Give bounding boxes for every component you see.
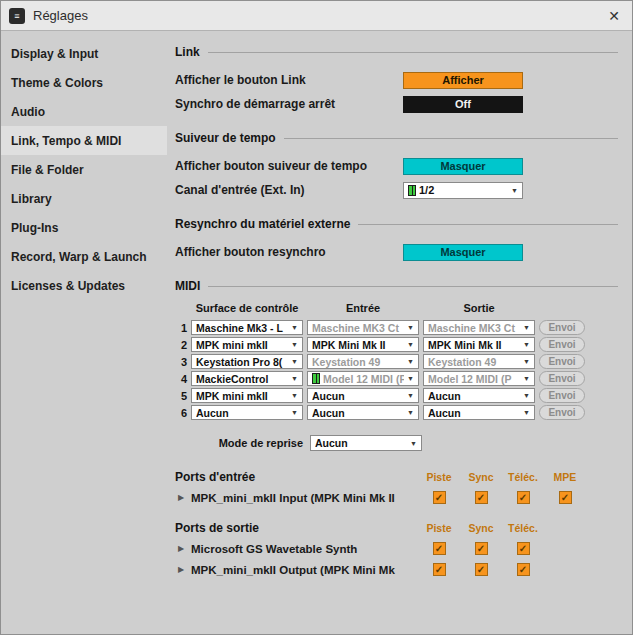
midi-dump-button[interactable]: Envoi [539,388,585,403]
takeover-mode-select[interactable]: Aucun ▼ [310,435,422,451]
section-divider [358,224,618,225]
show-resync-label: Afficher bouton resynchro [175,245,403,259]
midi-row-number: 4 [175,373,187,385]
midi-row-number: 3 [175,356,187,368]
start-stop-sync-toggle[interactable]: Off [403,96,523,113]
midi-table-row: 6 Aucun ▼ Aucun ▼ Aucun ▼ Envoi [175,405,618,420]
column-header-piste: Piste [418,522,460,534]
control-surface-select[interactable]: Maschine Mk3 - L ▼ [191,320,303,335]
chevron-down-icon: ▼ [523,358,530,365]
sidebar-item-theme-colors[interactable]: Theme & Colors [1,68,167,97]
midi-dump-button[interactable]: Envoi [539,354,585,369]
chevron-down-icon: ▼ [407,358,414,365]
midi-dump-button[interactable]: Envoi [539,337,585,352]
sidebar-item-licenses-updates[interactable]: Licenses & Updates [1,271,167,300]
sidebar-item-record-warp-launch[interactable]: Record, Warp & Launch [1,242,167,271]
chevron-down-icon: ▼ [407,392,414,399]
checkbox-telec[interactable]: ✓ [517,542,530,555]
input-channel-label: Canal d'entrée (Ext. In) [175,183,403,197]
sidebar-item-display-input[interactable]: Display & Input [1,39,167,68]
midi-table-row: 2 MPK mini mkII ▼ MPK Mini Mk II ▼ MPK M… [175,337,618,352]
control-surface-select[interactable]: MPK mini mkII ▼ [191,388,303,403]
midi-output-select[interactable]: Aucun ▼ [423,388,535,403]
column-header-telec: Téléc. [502,471,544,483]
checkbox-piste[interactable]: ✓ [433,563,446,576]
sidebar-item-library[interactable]: Library [1,184,167,213]
sidebar: Display & Input Theme & Colors Audio Lin… [1,31,167,634]
checkbox-sync[interactable]: ✓ [475,563,488,576]
column-header-sync: Sync [460,522,502,534]
midi-input-select[interactable]: Keystation 49 ▼ [307,354,419,369]
settings-panel: Link Afficher le bouton Link Afficher Sy… [167,31,632,634]
midi-input-select[interactable]: Aucun ▼ [307,388,419,403]
show-resync-toggle[interactable]: Masquer [403,244,523,261]
section-header-midi: MIDI [175,279,618,293]
expand-arrow-icon[interactable]: ▶ [175,565,191,574]
midi-output-select[interactable]: Keystation 49 ▼ [423,354,535,369]
checkbox-piste[interactable]: ✓ [433,542,446,555]
sidebar-item-link-tempo-midi[interactable]: Link, Tempo & MIDI [1,126,167,155]
control-surface-select[interactable]: MackieControl ▼ [191,371,303,386]
close-icon[interactable]: ✕ [608,8,620,24]
chevron-down-icon: ▼ [407,324,414,331]
output-ports-header: Ports de sortie Piste Sync Téléc. [175,518,618,538]
chevron-down-icon: ▼ [291,341,298,348]
control-surface-select[interactable]: Keystation Pro 8( ▼ [191,354,303,369]
sidebar-item-plug-ins[interactable]: Plug-Ins [1,213,167,242]
show-link-button-toggle[interactable]: Afficher [403,72,523,89]
section-title-midi: MIDI [175,279,200,293]
column-header-sync: Sync [460,471,502,483]
midi-output-port-row: ▶ MPK_mini_mkII Output (MPK Mini Mk ✓ ✓ … [175,559,618,580]
show-tempo-follower-toggle[interactable]: Masquer [403,158,523,175]
section-divider [208,52,618,53]
live-logo-icon: ≡ [9,8,25,24]
start-stop-sync-label: Synchro de démarrage arrêt [175,97,403,111]
midi-output-select[interactable]: MPK Mini Mk II ▼ [423,337,535,352]
section-header-resync: Resynchro du matériel externe [175,217,618,231]
chevron-down-icon: ▼ [291,358,298,365]
input-ports-header: Ports d'entrée Piste Sync Téléc. MPE [175,467,618,487]
chevron-down-icon: ▼ [523,392,530,399]
midi-input-select[interactable]: Aucun ▼ [307,405,419,420]
midi-output-select[interactable]: Maschine MK3 Ct ▼ [423,320,535,335]
checkbox-mpe[interactable]: ✓ [559,491,572,504]
show-tempo-follower-label: Afficher bouton suiveur de tempo [175,159,403,173]
section-divider [284,138,618,139]
midi-input-select[interactable]: MPK Mini Mk II ▼ [307,337,419,352]
midi-dump-button[interactable]: Envoi [539,405,585,420]
midi-table-row: 4 MackieControl ▼ Model 12 MIDI (P ▼ Mod… [175,371,618,386]
input-column-header: Entrée [307,302,419,314]
chevron-down-icon: ▼ [523,375,530,382]
column-header-telec: Téléc. [502,522,544,534]
takeover-mode-label: Mode de reprise [175,437,303,449]
setting-row: Afficher bouton resynchro Masquer [175,240,618,264]
midi-dump-button[interactable]: Envoi [539,371,585,386]
midi-input-select[interactable]: Model 12 MIDI (P ▼ [307,371,419,386]
checkbox-sync[interactable]: ✓ [475,491,488,504]
midi-output-select[interactable]: Aucun ▼ [423,405,535,420]
sidebar-item-audio[interactable]: Audio [1,97,167,126]
preferences-window: ≡ Réglages ✕ Display & Input Theme & Col… [0,0,633,635]
midi-dump-button[interactable]: Envoi [539,320,585,335]
midi-input-select[interactable]: Maschine MK3 Ct ▼ [307,320,419,335]
section-title-tempo-follower: Suiveur de tempo [175,131,276,145]
output-column-header: Sortie [423,302,535,314]
checkbox-telec[interactable]: ✓ [517,563,530,576]
checkbox-piste[interactable]: ✓ [433,491,446,504]
checkbox-telec[interactable]: ✓ [517,491,530,504]
midi-row-number: 6 [175,407,187,419]
control-surface-select[interactable]: MPK mini mkII ▼ [191,337,303,352]
setting-row: Afficher le bouton Link Afficher [175,68,618,92]
chevron-down-icon: ▼ [407,375,414,382]
expand-arrow-icon[interactable]: ▶ [175,544,191,553]
midi-table-row: 3 Keystation Pro 8( ▼ Keystation 49 ▼ Ke… [175,354,618,369]
section-header-tempo-follower: Suiveur de tempo [175,131,618,145]
input-channel-select[interactable]: 1/2 ▼ [403,182,523,199]
midi-output-select[interactable]: Model 12 MIDI (P ▼ [423,371,535,386]
midi-surface-table: Surface de contrôle Entrée Sortie 1 Masc… [175,302,618,420]
sidebar-item-file-folder[interactable]: File & Folder [1,155,167,184]
midi-row-number: 5 [175,390,187,402]
expand-arrow-icon[interactable]: ▶ [175,493,191,502]
checkbox-sync[interactable]: ✓ [475,542,488,555]
control-surface-select[interactable]: Aucun ▼ [191,405,303,420]
